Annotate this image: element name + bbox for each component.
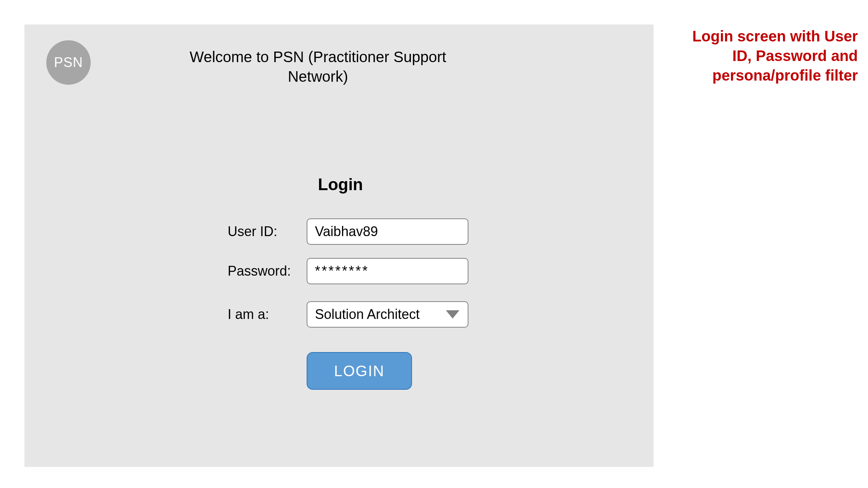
user-id-row: User ID: [228, 218, 468, 245]
persona-select-value: Solution Architect [307, 301, 468, 328]
persona-row: I am a: Solution Architect [228, 301, 468, 328]
welcome-title: Welcome to PSN (Practitioner Support Net… [182, 47, 453, 86]
annotation-text: Login screen with User ID, Password and … [673, 26, 858, 85]
password-label: Password: [228, 263, 307, 279]
password-input[interactable] [307, 258, 468, 284]
persona-select[interactable]: Solution Architect [307, 301, 468, 328]
logo-badge: PSN [46, 40, 91, 85]
user-id-label: User ID: [228, 224, 307, 239]
login-heading: Login [318, 175, 363, 194]
login-panel: PSN Welcome to PSN (Practitioner Support… [24, 24, 654, 467]
user-id-input[interactable] [307, 218, 468, 245]
password-row: Password: [228, 258, 468, 284]
login-button[interactable]: LOGIN [307, 352, 412, 390]
logo-text: PSN [54, 55, 83, 70]
persona-label: I am a: [228, 307, 307, 322]
